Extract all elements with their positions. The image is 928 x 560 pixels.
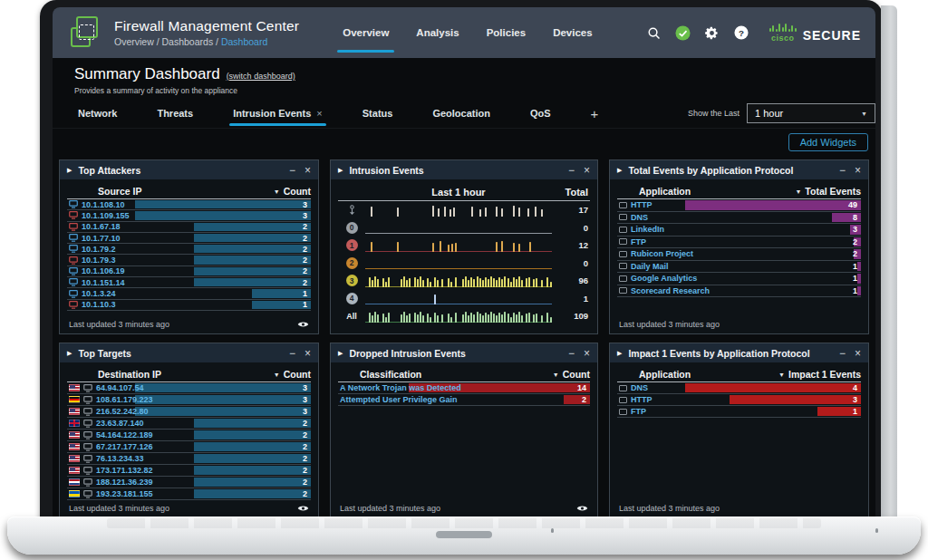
table-row[interactable]: 193.23.181.155 2 (67, 488, 311, 500)
table-row[interactable]: 216.52.242.80 3 (67, 406, 311, 418)
tab-network[interactable]: Network (74, 99, 121, 128)
gear-icon[interactable] (704, 24, 720, 41)
row-label[interactable]: 10.1.109.155 (82, 211, 130, 220)
row-label[interactable]: 10.1.106.19 (82, 266, 125, 275)
table-row[interactable]: 76.13.234.33 2 (67, 453, 311, 465)
row-label[interactable]: 10.1.3.24 (82, 289, 116, 298)
table-row[interactable]: 10.1.79.3 2 (67, 255, 311, 266)
collapse-icon[interactable]: ▶ (338, 350, 343, 357)
table-row[interactable]: 10.1.10.3 1 (67, 300, 311, 311)
table-row[interactable]: 54.164.122.189 2 (67, 430, 311, 441)
table-row[interactable]: 10.1.109.155 3 (67, 210, 311, 221)
table-row[interactable]: 10.1.151.14 2 (67, 277, 311, 288)
row-label[interactable]: 54.164.122.189 (96, 430, 153, 439)
table-row[interactable]: 188.121.36.239 2 (67, 477, 311, 488)
eye-icon[interactable] (297, 505, 309, 512)
nav-item-analysis[interactable]: Analysis (416, 7, 459, 58)
row-label[interactable]: 76.13.234.33 (96, 454, 144, 463)
table-row[interactable]: 10.1.77.10 2 (67, 233, 311, 244)
tab-geolocation[interactable]: Geolocation (429, 99, 494, 128)
table-row[interactable]: 10.1.108.10 3 (67, 199, 311, 210)
tab-threats[interactable]: Threats (153, 99, 197, 128)
row-label[interactable]: A Network Trojan was Detected (340, 383, 461, 392)
table-row[interactable]: DNS 8 (617, 212, 861, 225)
tab-intrusion-events[interactable]: Intrusion Events× (229, 99, 326, 128)
row-label[interactable]: 108.61.179.223 (96, 395, 153, 404)
table-row[interactable]: FTP 2 (617, 237, 861, 249)
row-label[interactable]: FTP (631, 237, 646, 246)
table-row[interactable]: 10.1.67.18 2 (67, 222, 311, 233)
collapse-icon[interactable]: ▶ (617, 167, 622, 174)
row-label[interactable]: 193.23.181.155 (96, 489, 153, 498)
intrusion-event-row[interactable]: 1 12 (338, 237, 590, 255)
add-widgets-button[interactable]: Add Widgets (788, 133, 868, 151)
table-row[interactable]: Google Analytics 1 (617, 273, 861, 285)
row-label[interactable]: 173.171.132.82 (96, 466, 153, 475)
tab-status[interactable]: Status (359, 99, 397, 128)
table-row[interactable]: 173.171.132.82 2 (67, 465, 311, 477)
minimize-icon[interactable]: − (289, 165, 295, 176)
nav-item-overview[interactable]: Overview (343, 7, 389, 58)
breadcrumb-current[interactable]: Dashboard (221, 36, 267, 47)
health-status-icon[interactable] (675, 24, 691, 41)
add-tab-button[interactable]: + (587, 99, 603, 128)
help-icon[interactable]: ? (733, 24, 749, 41)
row-label[interactable]: HTTP (631, 395, 652, 404)
table-row[interactable]: HTTP 3 (617, 394, 861, 406)
row-label[interactable]: 10.1.77.10 (82, 234, 121, 243)
widget-header[interactable]: ▶ Top Targets −× (60, 343, 318, 362)
nav-item-policies[interactable]: Policies (487, 7, 526, 58)
intrusion-event-row[interactable]: 3 96 (338, 272, 590, 290)
row-label[interactable]: FTP (631, 407, 646, 416)
row-label[interactable]: Daily Mail (631, 262, 669, 271)
widget-header[interactable]: ▶ Impact 1 Events by Application Protoco… (610, 343, 868, 362)
row-label[interactable]: Rubicon Project (631, 249, 693, 258)
row-label[interactable]: Attempted User Privilege Gain (340, 395, 458, 404)
row-label[interactable]: 10.1.108.10 (82, 200, 125, 209)
widget-header[interactable]: ▶ Dropped Intrusion Events −× (331, 343, 597, 362)
collapse-icon[interactable]: ▶ (338, 167, 343, 174)
search-icon[interactable] (646, 24, 662, 41)
row-label[interactable]: DNS (631, 213, 648, 222)
table-row[interactable]: 10.1.106.19 2 (67, 266, 311, 277)
table-row[interactable]: Scorecard Research 1 (617, 285, 861, 298)
tab-close-icon[interactable]: × (316, 108, 322, 119)
widget-header[interactable]: ▶ Top Attackers −× (60, 160, 318, 179)
table-row[interactable]: 64.94.107.54 3 (67, 382, 311, 394)
close-icon[interactable]: × (304, 165, 311, 176)
collapse-icon[interactable]: ▶ (617, 350, 622, 357)
minimize-icon[interactable]: − (289, 348, 295, 359)
row-label[interactable]: Scorecard Research (631, 286, 710, 295)
close-icon[interactable]: × (584, 348, 590, 359)
close-icon[interactable]: × (304, 348, 311, 359)
close-icon[interactable]: × (855, 348, 861, 359)
row-label[interactable]: 10.1.67.18 (82, 222, 121, 231)
row-label[interactable]: 188.121.36.239 (96, 478, 153, 487)
widget-header[interactable]: ▶ Total Events by Application Protocol −… (610, 160, 868, 179)
table-row[interactable]: FTP 1 (617, 406, 861, 418)
row-label[interactable]: 10.1.79.2 (82, 245, 116, 254)
nav-item-devices[interactable]: Devices (553, 7, 592, 58)
table-row[interactable]: A Network Trojan was Detected 14 (338, 382, 590, 394)
switch-dashboard-link[interactable]: (switch dashboard) (227, 72, 295, 81)
table-row[interactable]: Attempted User Privilege Gain 2 (338, 394, 590, 406)
collapse-icon[interactable]: ▶ (67, 167, 72, 174)
eye-icon[interactable] (297, 321, 309, 328)
row-label[interactable]: 216.52.242.80 (96, 407, 149, 416)
close-icon[interactable]: × (855, 165, 861, 176)
minimize-icon[interactable]: − (839, 165, 846, 176)
row-label[interactable]: HTTP (631, 200, 652, 209)
breadcrumb[interactable]: Overview / Dashboards / Dashboard (114, 36, 299, 47)
intrusion-event-row[interactable]: 0 0 (338, 219, 590, 237)
table-row[interactable]: LinkedIn 3 (617, 224, 861, 237)
table-row[interactable]: 10.1.3.24 1 (67, 288, 311, 299)
column-header[interactable]: Application ▼Total Events (617, 184, 861, 199)
intrusion-event-row[interactable]: 17 (338, 201, 590, 219)
close-icon[interactable]: × (584, 165, 590, 176)
row-label[interactable]: 67.217.177.126 (96, 442, 153, 451)
minimize-icon[interactable]: − (568, 165, 575, 176)
row-label[interactable]: Google Analytics (631, 274, 697, 283)
minimize-icon[interactable]: − (568, 348, 575, 359)
row-label[interactable]: 10.1.10.3 (82, 300, 116, 309)
row-label[interactable]: 10.1.151.14 (82, 278, 125, 287)
